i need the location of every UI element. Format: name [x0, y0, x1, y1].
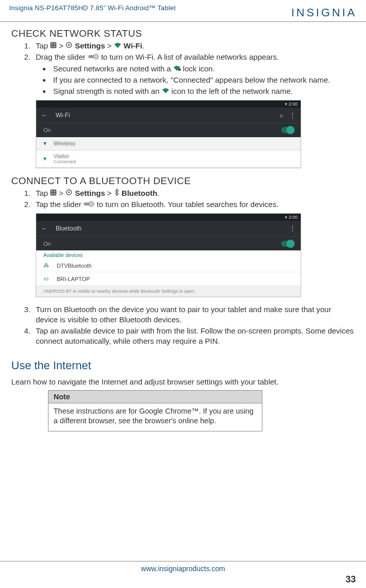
svg-rect-9 — [178, 68, 181, 71]
screen-title: Wi-Fi — [56, 112, 280, 119]
text: > — [105, 189, 114, 197]
bluetooth-steps-cont: Turn on Bluetooth on the device you want… — [11, 304, 355, 346]
screen-title: Bluetooth — [56, 225, 289, 232]
text: . — [142, 41, 144, 50]
svg-rect-0 — [51, 42, 57, 48]
section-title-network: CHECK NETWORK STATUS — [11, 28, 355, 39]
apps-icon — [50, 188, 57, 198]
back-icon[interactable]: ← — [41, 112, 47, 119]
text: . — [157, 189, 159, 197]
network-status: Connected — [54, 159, 76, 164]
on-row: On — [36, 123, 301, 137]
app-bar: ← Bluetooth ⋮ — [36, 221, 301, 236]
list-item: Turn on Bluetooth on the device you want… — [33, 304, 355, 325]
list-item: Tap an available device to pair with fro… — [33, 326, 355, 347]
bluetooth-icon — [114, 188, 119, 198]
apps-icon — [50, 41, 57, 51]
internet-lead: Learn how to navigate the Internet and a… — [11, 377, 355, 386]
network-info: Visitor Connected — [54, 153, 76, 164]
network-name: Visitor — [54, 153, 76, 159]
page-content: CHECK NETWORK STATUS Tap > Settings > Wi… — [0, 22, 366, 431]
wifi-label: Wi-Fi — [124, 41, 142, 50]
section-title-internet: Use the Internet — [11, 359, 355, 372]
wifi-screenshot: ▾ 2:00 ← Wi-Fi ⌕ ⋮ On ▾ Wireless ▾ Visit… — [36, 100, 301, 168]
bluetooth-screenshot: ▾ 2:00 ← Bluetooth ⋮ On Available device… — [36, 213, 301, 297]
laptop-icon: ▭ — [43, 275, 50, 282]
svg-point-12 — [54, 191, 55, 192]
network-row[interactable]: ▾ Visitor Connected — [36, 150, 301, 168]
clock: 2:00 — [288, 101, 298, 107]
network-row[interactable]: ▾ Wireless — [36, 137, 301, 150]
settings-label: Settings — [75, 189, 105, 197]
device-row[interactable]: ▭ BRI-LAPTOP — [36, 272, 301, 286]
gear-icon — [65, 41, 72, 51]
wifi-icon: ▾ — [43, 140, 46, 147]
clock: 2:00 — [288, 215, 298, 220]
text: Tap the slider — [36, 200, 83, 209]
note-body: These instructions are for Google Chrome… — [48, 403, 262, 431]
sub-bullets: Secured networks are noted with a lock i… — [36, 64, 355, 97]
page-number: 33 — [346, 574, 356, 585]
app-bar: ← Wi-Fi ⌕ ⋮ — [36, 108, 301, 123]
network-name: Wireless — [54, 140, 75, 146]
gear-icon — [65, 188, 72, 198]
svg-point-18 — [89, 201, 94, 207]
device-name: DTVBluetooth — [57, 263, 91, 269]
back-icon[interactable]: ← — [41, 225, 47, 232]
list-item: If you are connected to a network, "Conn… — [51, 75, 355, 85]
footer-url: www.insigniaproducts.com — [141, 565, 225, 573]
on-label: On — [43, 241, 51, 247]
on-label: On — [43, 127, 51, 133]
bluetooth-steps: Tap > Settings > Bluetooth. Tap the slid… — [11, 188, 355, 210]
device-row[interactable]: ⁂ DTVBluetooth — [36, 259, 301, 272]
available-header: Available devices — [36, 250, 301, 259]
text: Secured networks are noted with a — [53, 64, 173, 73]
svg-rect-10 — [51, 189, 57, 195]
device-name: BRI-LAPTOP — [57, 276, 90, 282]
brand-logo: INSIGNIA — [291, 4, 357, 19]
svg-point-14 — [54, 193, 55, 194]
text: > — [105, 41, 114, 50]
section-title-bluetooth: CONNECT TO A BLUETOOTH DEVICE — [11, 175, 355, 187]
note-header: Note — [48, 391, 262, 403]
list-item: Tap > Settings > Bluetooth. — [33, 188, 355, 199]
text: Signal strength is noted with an — [53, 87, 162, 95]
status-bar: ▾ 2:00 — [36, 100, 301, 108]
page-footer: www.insigniaproducts.com — [0, 561, 366, 573]
bluetooth-icon: ⁂ — [43, 262, 50, 269]
visibility-note: ANDROID BT is visible to nearby devices … — [36, 286, 301, 297]
bluetooth-toggle[interactable] — [281, 241, 294, 247]
text: Drag the slider — [36, 53, 88, 61]
text: Tap — [36, 189, 50, 197]
svg-point-6 — [68, 44, 70, 46]
on-row: On — [36, 236, 301, 250]
list-item: Tap > Settings > Wi-Fi. — [33, 41, 355, 52]
svg-point-16 — [68, 191, 70, 193]
list-item: Tap the slider to turn on Bluetooth. You… — [33, 199, 355, 210]
list-item: Signal strength is noted with an icon to… — [51, 86, 355, 97]
svg-point-11 — [52, 191, 53, 192]
text: > — [57, 41, 65, 50]
text: to turn on Wi-Fi. A list of available ne… — [99, 53, 279, 61]
list-item: Drag the slider to turn on Wi-Fi. A list… — [33, 52, 355, 97]
page-header: Insignia NS-P16AT785HD 7.85" Wi-Fi Andro… — [0, 0, 366, 22]
svg-point-13 — [52, 193, 53, 194]
note-box: Note These instructions are for Google C… — [48, 390, 262, 431]
slider-icon — [88, 52, 99, 62]
wifi-signal-icon — [162, 86, 169, 96]
search-icon[interactable]: ⌕ — [280, 112, 283, 119]
text: icon to the left of the network name. — [169, 87, 293, 95]
svg-point-3 — [52, 46, 53, 47]
menu-icon[interactable]: ⋮ — [289, 112, 296, 119]
wifi-toggle[interactable] — [281, 127, 294, 133]
wifi-icon — [114, 41, 121, 51]
slider-icon — [83, 199, 94, 210]
text: > — [57, 189, 65, 197]
text: to turn on Bluetooth. Your tablet search… — [94, 200, 278, 209]
menu-icon[interactable]: ⋮ — [289, 225, 296, 232]
svg-point-2 — [54, 43, 55, 44]
text: Tap — [36, 41, 50, 50]
network-steps: Tap > Settings > Wi-Fi. Drag the slider … — [11, 41, 355, 97]
text: lock icon. — [181, 64, 215, 73]
svg-point-8 — [93, 54, 99, 59]
